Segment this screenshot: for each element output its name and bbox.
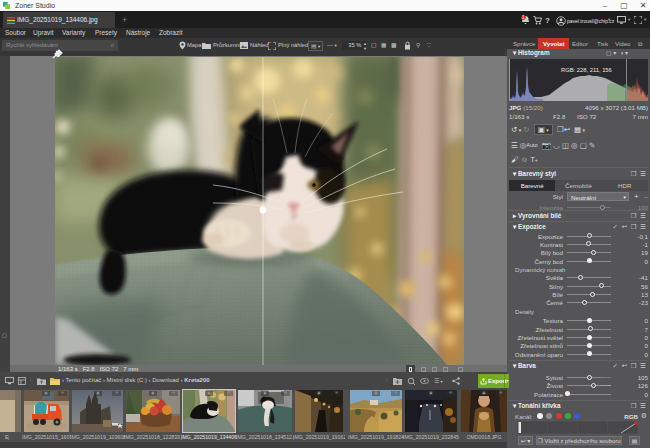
svg-text:RGB: 228, 211, 156: RGB: 228, 211, 156 — [561, 67, 612, 73]
